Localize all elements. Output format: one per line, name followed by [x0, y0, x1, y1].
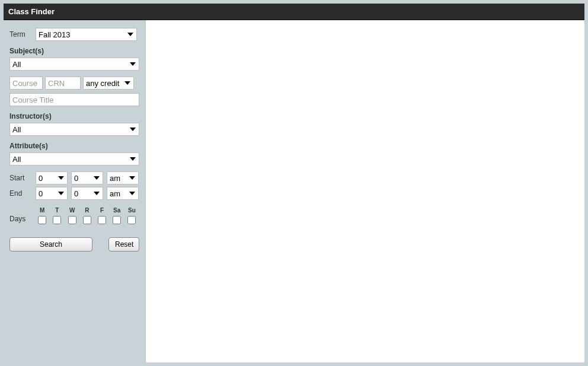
start-ampm-select[interactable]: am — [107, 171, 139, 184]
day-col-su: Su — [124, 207, 139, 224]
day-label-t: T — [50, 207, 65, 214]
main-container: Term Fall 2013 Subject(s) All any credit… — [4, 20, 584, 362]
end-time-row: End 0 0 am — [9, 187, 139, 200]
day-label-m: M — [35, 207, 50, 214]
page-title: Class Finder — [8, 7, 55, 16]
days-label: Days — [9, 215, 35, 224]
course-crn-row: any credit — [9, 77, 139, 90]
day-col-w: W — [65, 207, 79, 224]
term-select[interactable]: Fall 2013 — [36, 28, 137, 41]
days-row: Days M T W R F Sa — [9, 207, 139, 224]
day-label-w: W — [65, 207, 79, 214]
day-col-m: M — [35, 207, 50, 224]
day-col-r: R — [79, 207, 94, 224]
attribute-label: Attribute(s) — [9, 142, 139, 150]
course-title-input[interactable] — [9, 93, 139, 106]
term-row: Term Fall 2013 — [9, 28, 139, 41]
course-number-input[interactable] — [9, 77, 43, 90]
term-label: Term — [9, 30, 36, 39]
day-label-r: R — [79, 207, 94, 214]
reset-button[interactable]: Reset — [108, 237, 139, 252]
day-col-f: F — [94, 207, 109, 224]
day-col-t: T — [50, 207, 65, 224]
day-col-sa: Sa — [110, 207, 124, 224]
credit-select[interactable]: any credit — [83, 77, 134, 90]
end-ampm-select[interactable]: am — [107, 187, 139, 200]
crn-input[interactable] — [45, 77, 81, 90]
day-label-su: Su — [124, 207, 139, 214]
end-minute-select[interactable]: 0 — [71, 187, 103, 200]
start-hour-select[interactable]: 0 — [36, 171, 68, 184]
start-minute-select[interactable]: 0 — [71, 171, 103, 184]
day-checkbox-w[interactable] — [68, 216, 76, 224]
day-checkbox-m[interactable] — [38, 216, 46, 224]
day-checkbox-sa[interactable] — [113, 216, 121, 224]
start-time-row: Start 0 0 am — [9, 171, 139, 184]
subject-select[interactable]: All — [9, 58, 139, 71]
day-checkbox-t[interactable] — [53, 216, 61, 224]
day-checkbox-su[interactable] — [127, 216, 136, 224]
start-label: Start — [9, 174, 32, 182]
end-hour-select[interactable]: 0 — [36, 187, 68, 200]
end-label: End — [9, 189, 32, 198]
button-row: Search Reset — [9, 237, 139, 252]
instructor-select[interactable]: All — [9, 123, 139, 136]
search-sidebar: Term Fall 2013 Subject(s) All any credit… — [4, 20, 145, 362]
day-checkbox-f[interactable] — [98, 216, 106, 224]
instructor-label: Instructor(s) — [9, 112, 139, 120]
subject-label: Subject(s) — [9, 47, 139, 55]
page-header: Class Finder — [4, 4, 584, 20]
results-panel — [145, 20, 584, 362]
day-label-sa: Sa — [110, 207, 124, 214]
attribute-select[interactable]: All — [9, 152, 139, 166]
day-checkbox-r[interactable] — [83, 216, 91, 224]
day-label-f: F — [94, 207, 109, 214]
search-button[interactable]: Search — [9, 237, 92, 252]
